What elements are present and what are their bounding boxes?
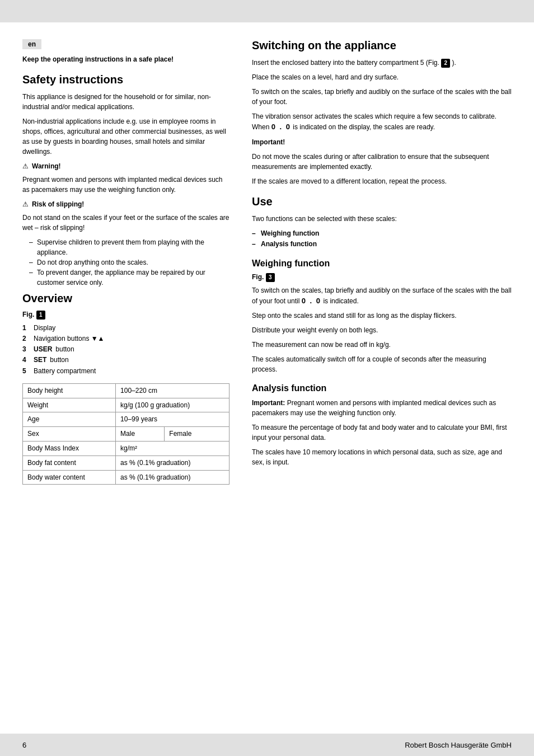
use-para1: Two functions can be selected with these… bbox=[252, 214, 512, 224]
weighing-fig-label: Fig. 3 bbox=[252, 273, 512, 282]
table-cell: Sex bbox=[23, 427, 116, 442]
safety-para1: This appliance is designed for the house… bbox=[22, 92, 229, 112]
table-row: Sex Male Female bbox=[23, 427, 229, 442]
bottom-bar: 6 Robert Bosch Hausgeräte GmbH bbox=[0, 734, 534, 756]
weighing-para3: Distribute your weight evenly on both le… bbox=[252, 325, 512, 335]
table-cell: Male bbox=[116, 427, 165, 442]
switching-para4: The vibration sensor activates the scale… bbox=[252, 111, 512, 133]
display-symbol-2: 0 . 0 bbox=[302, 297, 321, 305]
switching-para1: Insert the enclosed battery into the bat… bbox=[252, 58, 512, 68]
weighing-para5: The scales automatically switch off for … bbox=[252, 354, 512, 374]
table-cell: Female bbox=[165, 427, 229, 442]
warning-text-1: Pregnant women and persons with implante… bbox=[22, 175, 229, 195]
overview-item-1: 1 Display bbox=[22, 323, 229, 334]
analysis-para1: To measure the percentage of body fat an… bbox=[252, 422, 512, 443]
display-symbol-1: 0 . 0 bbox=[271, 123, 291, 131]
warning-block-2: ⚠ Risk of slipping! bbox=[22, 199, 229, 209]
content-area: en Keep the operating instructions in a … bbox=[0, 22, 534, 510]
warning-icon-2: ⚠ bbox=[22, 199, 29, 209]
table-cell: 100–220 cm bbox=[116, 383, 229, 398]
weighing-title: Weighing function bbox=[252, 259, 512, 269]
table-cell: Body height bbox=[23, 383, 116, 398]
table-row: Weight kg/g (100 g graduation) bbox=[23, 398, 229, 412]
table-cell: as % (0.1% graduation) bbox=[116, 456, 229, 470]
overview-fig-label: Fig. 1 bbox=[22, 311, 229, 320]
table-cell: kg/m² bbox=[116, 441, 229, 456]
keep-safe-text: Keep the operating instructions in a saf… bbox=[22, 55, 174, 63]
table-cell: Body Mass Index bbox=[23, 441, 116, 456]
table-row: Age 10–99 years bbox=[23, 412, 229, 427]
important-text-1: Do not move the scales during or after c… bbox=[252, 152, 512, 172]
table-cell: as % (0.1% graduation) bbox=[116, 470, 229, 485]
safety-bullet-3: To prevent danger, the appliance may be … bbox=[31, 267, 229, 288]
table-row: Body height 100–220 cm bbox=[23, 383, 229, 398]
weighing-para2: Step onto the scales and stand still for… bbox=[252, 311, 512, 321]
left-column: en Keep the operating instructions in a … bbox=[22, 39, 229, 494]
analysis-para2: The scales have 10 memory locations in w… bbox=[252, 447, 512, 467]
overview-title: Overview bbox=[22, 292, 229, 305]
warning-label-1: Warning! bbox=[32, 161, 61, 171]
switching-para2: Place the scales on a level, hard and dr… bbox=[252, 72, 512, 82]
analysis-section: Analysis function Important: Pregnant wo… bbox=[252, 383, 512, 467]
table-cell: Body fat content bbox=[23, 456, 116, 470]
safety-bullet-1: Supervise children to prevent them from … bbox=[31, 237, 229, 257]
overview-item-5: 5 Battery compartment bbox=[22, 366, 229, 377]
switching-on-section: Switching on the appliance Insert the en… bbox=[252, 39, 512, 186]
warning-block-1: ⚠ Warning! bbox=[22, 161, 229, 171]
weighing-para1: To switch on the scales, tap briefly and… bbox=[252, 285, 512, 307]
use-section: Use Two functions can be selected with t… bbox=[252, 195, 512, 250]
safety-bullet-2: Do not drop anything onto the scales. bbox=[31, 257, 229, 267]
company-name: Robert Bosch Hausgeräte GmbH bbox=[405, 741, 512, 749]
overview-item-2: 2 Navigation buttons ▼▲ bbox=[22, 334, 229, 344]
safety-bullets: Supervise children to prevent them from … bbox=[22, 237, 229, 288]
table-cell: Age bbox=[23, 412, 116, 427]
analysis-title: Analysis function bbox=[252, 383, 512, 393]
fig-num-3: 3 bbox=[266, 273, 275, 282]
lang-tag: en bbox=[22, 39, 41, 49]
keep-safe-notice: Keep the operating instructions in a saf… bbox=[22, 55, 229, 64]
overview-list: 1 Display 2 Navigation buttons ▼▲ 3 USER… bbox=[22, 323, 229, 377]
safety-instructions-title: Safety instructions bbox=[22, 73, 229, 86]
specs-table: Body height 100–220 cm Weight kg/g (100 … bbox=[22, 383, 229, 485]
table-cell: Body water content bbox=[23, 470, 116, 485]
weighing-section: Weighing function Fig. 3 To switch on th… bbox=[252, 259, 512, 375]
use-function-2: Analysis function bbox=[252, 239, 512, 250]
table-row: Body Mass Index kg/m² bbox=[23, 441, 229, 456]
table-cell: 10–99 years bbox=[116, 412, 229, 427]
fig-num-2: 2 bbox=[441, 59, 450, 68]
warning-label-2: Risk of slipping! bbox=[32, 199, 84, 209]
fig-num-1: 1 bbox=[36, 311, 45, 320]
table-cell: Weight bbox=[23, 398, 116, 412]
analysis-important: Important: Pregnant women and persons wi… bbox=[252, 398, 512, 418]
safety-para2: Non-industrial applications include e.g.… bbox=[22, 116, 229, 157]
page-number: 6 bbox=[22, 741, 26, 749]
table-row: Body fat content as % (0.1% graduation) bbox=[23, 456, 229, 470]
warning-icon-1: ⚠ bbox=[22, 161, 29, 171]
switching-on-title: Switching on the appliance bbox=[252, 39, 512, 52]
warning-text-2: Do not stand on the scales if your feet … bbox=[22, 213, 229, 233]
switching-para3: To switch on the scales, tap briefly and… bbox=[252, 87, 512, 107]
table-cell: kg/g (100 g graduation) bbox=[116, 398, 229, 412]
table-row: Body water content as % (0.1% graduation… bbox=[23, 470, 229, 485]
overview-item-3: 3 USER button bbox=[22, 344, 229, 355]
page-container: en Keep the operating instructions in a … bbox=[0, 0, 534, 756]
weighing-para4: The measurement can now be read off in k… bbox=[252, 340, 512, 350]
use-function-1: Weighing function bbox=[252, 228, 512, 239]
use-functions-list: Weighing function Analysis function bbox=[252, 228, 512, 250]
right-column: Switching on the appliance Insert the en… bbox=[252, 39, 512, 494]
overview-item-4: 4 SET button bbox=[22, 355, 229, 365]
top-bar bbox=[0, 0, 534, 22]
important-text-2: If the scales are moved to a different l… bbox=[252, 176, 512, 186]
important-label-1: Important! bbox=[252, 137, 512, 147]
use-title: Use bbox=[252, 195, 512, 208]
